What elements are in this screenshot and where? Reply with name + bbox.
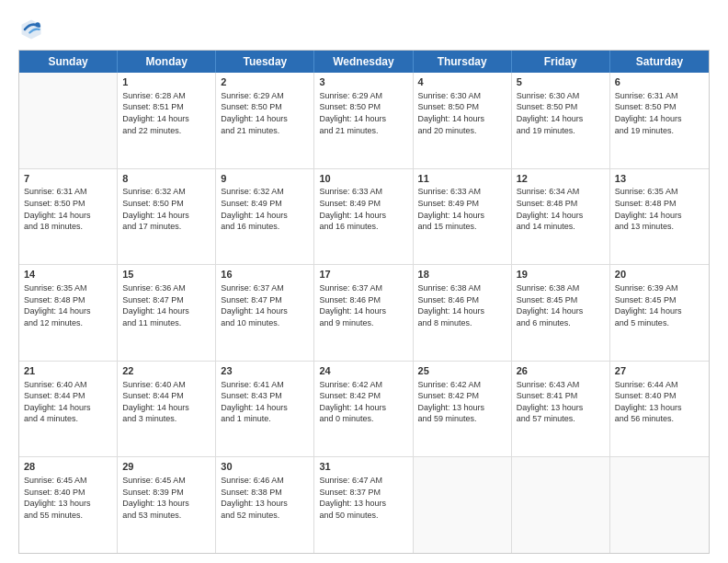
cell-content: Sunrise: 6:43 AM Sunset: 8:41 PM Dayligh… xyxy=(517,379,605,425)
day-number: 20 xyxy=(615,268,704,282)
cal-header-monday: Monday xyxy=(118,51,216,73)
day-number: 16 xyxy=(221,268,309,282)
day-number: 7 xyxy=(24,172,112,186)
cell-content: Sunrise: 6:28 AM Sunset: 8:51 PM Dayligh… xyxy=(122,90,210,136)
cell-content: Sunrise: 6:47 AM Sunset: 8:37 PM Dayligh… xyxy=(319,475,407,521)
cell-content: Sunrise: 6:30 AM Sunset: 8:50 PM Dayligh… xyxy=(517,90,605,136)
day-number: 11 xyxy=(418,172,506,186)
cell-content: Sunrise: 6:35 AM Sunset: 8:48 PM Dayligh… xyxy=(24,282,112,328)
cell-content: Sunrise: 6:29 AM Sunset: 8:50 PM Dayligh… xyxy=(221,90,309,136)
cal-cell: 18Sunrise: 6:38 AM Sunset: 8:46 PM Dayli… xyxy=(414,265,512,361)
logo xyxy=(18,17,48,42)
cal-cell: 8Sunrise: 6:32 AM Sunset: 8:50 PM Daylig… xyxy=(118,169,216,265)
svg-point-1 xyxy=(35,22,40,27)
cell-content: Sunrise: 6:32 AM Sunset: 8:49 PM Dayligh… xyxy=(221,186,309,232)
cal-cell: 4Sunrise: 6:30 AM Sunset: 8:50 PM Daylig… xyxy=(414,73,512,168)
day-number: 10 xyxy=(319,172,407,186)
calendar-header-row: SundayMondayTuesdayWednesdayThursdayFrid… xyxy=(19,51,709,73)
day-number: 13 xyxy=(615,172,704,186)
cal-cell: 13Sunrise: 6:35 AM Sunset: 8:48 PM Dayli… xyxy=(610,169,709,265)
cell-content: Sunrise: 6:31 AM Sunset: 8:50 PM Dayligh… xyxy=(24,186,112,232)
cal-header-friday: Friday xyxy=(512,51,610,73)
day-number: 31 xyxy=(319,460,407,474)
cal-header-thursday: Thursday xyxy=(414,51,512,73)
day-number: 27 xyxy=(615,364,704,378)
day-number: 14 xyxy=(24,268,112,282)
cal-row-2: 14Sunrise: 6:35 AM Sunset: 8:48 PM Dayli… xyxy=(19,265,709,362)
cell-content: Sunrise: 6:34 AM Sunset: 8:48 PM Dayligh… xyxy=(517,186,605,232)
cell-content: Sunrise: 6:42 AM Sunset: 8:42 PM Dayligh… xyxy=(418,379,506,425)
page: SundayMondayTuesdayWednesdayThursdayFrid… xyxy=(0,0,728,563)
cell-content: Sunrise: 6:40 AM Sunset: 8:44 PM Dayligh… xyxy=(122,379,210,425)
cell-content: Sunrise: 6:37 AM Sunset: 8:47 PM Dayligh… xyxy=(221,282,309,328)
cal-cell: 3Sunrise: 6:29 AM Sunset: 8:50 PM Daylig… xyxy=(314,73,413,168)
cell-content: Sunrise: 6:31 AM Sunset: 8:50 PM Dayligh… xyxy=(615,90,704,136)
cal-cell: 7Sunrise: 6:31 AM Sunset: 8:50 PM Daylig… xyxy=(19,169,118,265)
cal-cell: 28Sunrise: 6:45 AM Sunset: 8:40 PM Dayli… xyxy=(19,457,118,553)
cell-content: Sunrise: 6:33 AM Sunset: 8:49 PM Dayligh… xyxy=(418,186,506,232)
cal-cell: 21Sunrise: 6:40 AM Sunset: 8:44 PM Dayli… xyxy=(19,362,118,457)
cell-content: Sunrise: 6:37 AM Sunset: 8:46 PM Dayligh… xyxy=(319,282,407,328)
cell-content: Sunrise: 6:45 AM Sunset: 8:39 PM Dayligh… xyxy=(122,475,210,521)
cal-row-3: 21Sunrise: 6:40 AM Sunset: 8:44 PM Dayli… xyxy=(19,362,709,458)
cal-cell: 15Sunrise: 6:36 AM Sunset: 8:47 PM Dayli… xyxy=(118,265,216,361)
cell-content: Sunrise: 6:38 AM Sunset: 8:46 PM Dayligh… xyxy=(418,282,506,328)
day-number: 4 xyxy=(418,75,506,89)
cal-cell: 26Sunrise: 6:43 AM Sunset: 8:41 PM Dayli… xyxy=(512,362,610,457)
day-number: 8 xyxy=(122,172,210,186)
cal-cell: 5Sunrise: 6:30 AM Sunset: 8:50 PM Daylig… xyxy=(512,73,610,168)
day-number: 12 xyxy=(517,172,605,186)
day-number: 28 xyxy=(24,460,112,474)
day-number: 3 xyxy=(319,75,407,89)
day-number: 18 xyxy=(418,268,506,282)
cell-content: Sunrise: 6:33 AM Sunset: 8:49 PM Dayligh… xyxy=(319,186,407,232)
cal-header-sunday: Sunday xyxy=(19,51,118,73)
day-number: 6 xyxy=(615,75,704,89)
cal-cell: 31Sunrise: 6:47 AM Sunset: 8:37 PM Dayli… xyxy=(314,457,413,553)
day-number: 9 xyxy=(221,172,309,186)
cal-header-tuesday: Tuesday xyxy=(216,51,314,73)
day-number: 17 xyxy=(319,268,407,282)
cell-content: Sunrise: 6:35 AM Sunset: 8:48 PM Dayligh… xyxy=(615,186,704,232)
cal-cell: 30Sunrise: 6:46 AM Sunset: 8:38 PM Dayli… xyxy=(216,457,314,553)
day-number: 26 xyxy=(517,364,605,378)
cal-cell: 10Sunrise: 6:33 AM Sunset: 8:49 PM Dayli… xyxy=(314,169,413,265)
cal-row-4: 28Sunrise: 6:45 AM Sunset: 8:40 PM Dayli… xyxy=(19,457,709,553)
cell-content: Sunrise: 6:30 AM Sunset: 8:50 PM Dayligh… xyxy=(418,90,506,136)
cal-cell: 1Sunrise: 6:28 AM Sunset: 8:51 PM Daylig… xyxy=(118,73,216,168)
cal-cell: 29Sunrise: 6:45 AM Sunset: 8:39 PM Dayli… xyxy=(118,457,216,553)
day-number: 29 xyxy=(122,460,210,474)
day-number: 25 xyxy=(418,364,506,378)
header xyxy=(18,17,710,42)
cal-cell: 17Sunrise: 6:37 AM Sunset: 8:46 PM Dayli… xyxy=(314,265,413,361)
calendar: SundayMondayTuesdayWednesdayThursdayFrid… xyxy=(18,50,710,554)
cal-header-saturday: Saturday xyxy=(610,51,709,73)
cal-row-0: 1Sunrise: 6:28 AM Sunset: 8:51 PM Daylig… xyxy=(19,73,709,169)
calendar-body: 1Sunrise: 6:28 AM Sunset: 8:51 PM Daylig… xyxy=(19,73,709,553)
day-number: 2 xyxy=(221,75,309,89)
cell-content: Sunrise: 6:38 AM Sunset: 8:45 PM Dayligh… xyxy=(517,282,605,328)
cell-content: Sunrise: 6:32 AM Sunset: 8:50 PM Dayligh… xyxy=(122,186,210,232)
cal-cell: 27Sunrise: 6:44 AM Sunset: 8:40 PM Dayli… xyxy=(610,362,709,457)
cell-content: Sunrise: 6:46 AM Sunset: 8:38 PM Dayligh… xyxy=(221,475,309,521)
day-number: 1 xyxy=(122,75,210,89)
cell-content: Sunrise: 6:44 AM Sunset: 8:40 PM Dayligh… xyxy=(615,379,704,425)
day-number: 21 xyxy=(24,364,112,378)
cal-cell: 9Sunrise: 6:32 AM Sunset: 8:49 PM Daylig… xyxy=(216,169,314,265)
cal-cell: 16Sunrise: 6:37 AM Sunset: 8:47 PM Dayli… xyxy=(216,265,314,361)
cal-cell xyxy=(414,457,512,553)
cal-cell xyxy=(610,457,709,553)
cal-row-1: 7Sunrise: 6:31 AM Sunset: 8:50 PM Daylig… xyxy=(19,169,709,266)
cal-cell: 24Sunrise: 6:42 AM Sunset: 8:42 PM Dayli… xyxy=(314,362,413,457)
cal-cell: 6Sunrise: 6:31 AM Sunset: 8:50 PM Daylig… xyxy=(610,73,709,168)
cal-cell xyxy=(19,73,118,168)
cell-content: Sunrise: 6:36 AM Sunset: 8:47 PM Dayligh… xyxy=(122,282,210,328)
day-number: 23 xyxy=(221,364,309,378)
cal-cell: 11Sunrise: 6:33 AM Sunset: 8:49 PM Dayli… xyxy=(414,169,512,265)
cell-content: Sunrise: 6:40 AM Sunset: 8:44 PM Dayligh… xyxy=(24,379,112,425)
cell-content: Sunrise: 6:42 AM Sunset: 8:42 PM Dayligh… xyxy=(319,379,407,425)
cell-content: Sunrise: 6:41 AM Sunset: 8:43 PM Dayligh… xyxy=(221,379,309,425)
cell-content: Sunrise: 6:29 AM Sunset: 8:50 PM Dayligh… xyxy=(319,90,407,136)
cal-cell: 12Sunrise: 6:34 AM Sunset: 8:48 PM Dayli… xyxy=(512,169,610,265)
cal-cell xyxy=(512,457,610,553)
